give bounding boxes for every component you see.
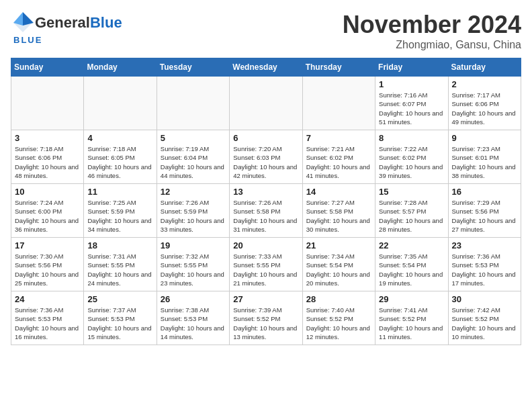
calendar-cell: 12Sunrise: 7:26 AM Sunset: 5:59 PM Dayli… bbox=[157, 184, 229, 238]
day-info: Sunrise: 7:26 AM Sunset: 5:59 PM Dayligh… bbox=[161, 198, 226, 234]
logo-tagline: BLUE bbox=[11, 35, 122, 45]
day-number: 24 bbox=[15, 294, 80, 304]
calendar-cell bbox=[11, 77, 84, 130]
calendar-cell: 26Sunrise: 7:38 AM Sunset: 5:53 PM Dayli… bbox=[157, 291, 229, 345]
calendar-cell: 30Sunrise: 7:42 AM Sunset: 5:52 PM Dayli… bbox=[448, 291, 521, 345]
logo: General Blue BLUE bbox=[11, 11, 122, 45]
day-number: 11 bbox=[87, 187, 152, 197]
day-number: 12 bbox=[161, 187, 226, 197]
calendar-cell: 20Sunrise: 7:33 AM Sunset: 5:55 PM Dayli… bbox=[230, 238, 302, 291]
calendar-cell: 23Sunrise: 7:36 AM Sunset: 5:53 PM Dayli… bbox=[448, 238, 521, 291]
calendar-cell: 5Sunrise: 7:19 AM Sunset: 6:04 PM Daylig… bbox=[157, 130, 229, 184]
day-info: Sunrise: 7:34 AM Sunset: 5:54 PM Dayligh… bbox=[306, 252, 371, 287]
calendar-week-row-5: 24Sunrise: 7:36 AM Sunset: 5:53 PM Dayli… bbox=[11, 291, 521, 345]
calendar-cell: 25Sunrise: 7:37 AM Sunset: 5:53 PM Dayli… bbox=[84, 291, 157, 345]
day-number: 7 bbox=[306, 133, 371, 143]
day-info: Sunrise: 7:36 AM Sunset: 5:53 PM Dayligh… bbox=[452, 252, 517, 287]
day-number: 25 bbox=[87, 294, 152, 304]
day-number: 17 bbox=[15, 240, 80, 250]
calendar-cell: 4Sunrise: 7:18 AM Sunset: 6:05 PM Daylig… bbox=[84, 130, 157, 184]
day-info: Sunrise: 7:30 AM Sunset: 5:56 PM Dayligh… bbox=[15, 252, 80, 287]
day-number: 27 bbox=[233, 294, 298, 304]
day-info: Sunrise: 7:18 AM Sunset: 6:06 PM Dayligh… bbox=[15, 144, 80, 180]
calendar-cell: 15Sunrise: 7:28 AM Sunset: 5:57 PM Dayli… bbox=[375, 184, 448, 238]
calendar-cell: 1Sunrise: 7:16 AM Sunset: 6:07 PM Daylig… bbox=[375, 77, 448, 130]
day-info: Sunrise: 7:19 AM Sunset: 6:04 PM Dayligh… bbox=[161, 144, 226, 180]
calendar-cell: 3Sunrise: 7:18 AM Sunset: 6:06 PM Daylig… bbox=[11, 130, 84, 184]
weekday-header-friday: Friday bbox=[375, 58, 448, 77]
day-number: 13 bbox=[233, 187, 298, 197]
day-number: 22 bbox=[379, 240, 444, 250]
day-number: 3 bbox=[15, 133, 80, 143]
day-number: 29 bbox=[379, 294, 444, 304]
day-info: Sunrise: 7:18 AM Sunset: 6:05 PM Dayligh… bbox=[87, 144, 152, 180]
calendar-cell: 10Sunrise: 7:24 AM Sunset: 6:00 PM Dayli… bbox=[11, 184, 84, 238]
day-info: Sunrise: 7:41 AM Sunset: 5:52 PM Dayligh… bbox=[379, 306, 444, 341]
calendar-title: November 2024 bbox=[343, 11, 521, 39]
day-info: Sunrise: 7:25 AM Sunset: 5:59 PM Dayligh… bbox=[87, 198, 152, 234]
calendar-table: SundayMondayTuesdayWednesdayThursdayFrid… bbox=[11, 58, 521, 345]
day-number: 28 bbox=[306, 294, 371, 304]
day-number: 5 bbox=[161, 133, 226, 143]
day-number: 15 bbox=[379, 187, 444, 197]
weekday-header-saturday: Saturday bbox=[448, 58, 521, 77]
logo-general-text: General bbox=[35, 14, 90, 32]
logo-icon bbox=[11, 11, 35, 35]
day-number: 20 bbox=[233, 240, 298, 250]
title-block: November 2024 Zhongmiao, Gansu, China bbox=[343, 11, 521, 51]
day-number: 14 bbox=[306, 187, 371, 197]
day-info: Sunrise: 7:22 AM Sunset: 6:02 PM Dayligh… bbox=[379, 144, 444, 180]
day-number: 19 bbox=[161, 240, 226, 250]
calendar-cell bbox=[84, 77, 157, 130]
day-number: 8 bbox=[379, 133, 444, 143]
day-number: 21 bbox=[306, 240, 371, 250]
weekday-header-monday: Monday bbox=[84, 58, 157, 77]
day-number: 23 bbox=[452, 240, 517, 250]
day-number: 1 bbox=[379, 79, 444, 89]
calendar-week-row-3: 10Sunrise: 7:24 AM Sunset: 6:00 PM Dayli… bbox=[11, 184, 521, 238]
calendar-cell: 29Sunrise: 7:41 AM Sunset: 5:52 PM Dayli… bbox=[375, 291, 448, 345]
day-info: Sunrise: 7:42 AM Sunset: 5:52 PM Dayligh… bbox=[452, 306, 517, 341]
svg-marker-2 bbox=[23, 12, 34, 26]
day-info: Sunrise: 7:28 AM Sunset: 5:57 PM Dayligh… bbox=[379, 198, 444, 234]
calendar-week-row-4: 17Sunrise: 7:30 AM Sunset: 5:56 PM Dayli… bbox=[11, 238, 521, 291]
calendar-cell bbox=[302, 77, 375, 130]
day-info: Sunrise: 7:37 AM Sunset: 5:53 PM Dayligh… bbox=[87, 306, 152, 341]
day-number: 6 bbox=[233, 133, 298, 143]
calendar-cell: 9Sunrise: 7:23 AM Sunset: 6:01 PM Daylig… bbox=[448, 130, 521, 184]
day-info: Sunrise: 7:23 AM Sunset: 6:01 PM Dayligh… bbox=[452, 144, 517, 180]
calendar-cell bbox=[157, 77, 229, 130]
day-number: 4 bbox=[87, 133, 152, 143]
day-info: Sunrise: 7:32 AM Sunset: 5:55 PM Dayligh… bbox=[161, 252, 226, 287]
calendar-cell: 16Sunrise: 7:29 AM Sunset: 5:56 PM Dayli… bbox=[448, 184, 521, 238]
calendar-cell: 28Sunrise: 7:40 AM Sunset: 5:52 PM Dayli… bbox=[302, 291, 375, 345]
calendar-cell: 24Sunrise: 7:36 AM Sunset: 5:53 PM Dayli… bbox=[11, 291, 84, 345]
day-info: Sunrise: 7:38 AM Sunset: 5:53 PM Dayligh… bbox=[161, 306, 226, 341]
calendar-week-row-1: 1Sunrise: 7:16 AM Sunset: 6:07 PM Daylig… bbox=[11, 77, 521, 130]
day-number: 16 bbox=[452, 187, 517, 197]
calendar-cell bbox=[230, 77, 302, 130]
calendar-cell: 11Sunrise: 7:25 AM Sunset: 5:59 PM Dayli… bbox=[84, 184, 157, 238]
weekday-header-wednesday: Wednesday bbox=[230, 58, 302, 77]
day-info: Sunrise: 7:24 AM Sunset: 6:00 PM Dayligh… bbox=[15, 198, 80, 234]
day-number: 9 bbox=[452, 133, 517, 143]
weekday-header-thursday: Thursday bbox=[302, 58, 375, 77]
calendar-cell: 18Sunrise: 7:31 AM Sunset: 5:55 PM Dayli… bbox=[84, 238, 157, 291]
page-header: General Blue BLUE November 2024 Zhongmia… bbox=[11, 11, 521, 51]
weekday-header-sunday: Sunday bbox=[11, 58, 84, 77]
calendar-cell: 22Sunrise: 7:35 AM Sunset: 5:54 PM Dayli… bbox=[375, 238, 448, 291]
day-info: Sunrise: 7:33 AM Sunset: 5:55 PM Dayligh… bbox=[233, 252, 298, 287]
logo-blue-text: Blue bbox=[90, 14, 122, 32]
day-info: Sunrise: 7:17 AM Sunset: 6:06 PM Dayligh… bbox=[452, 91, 517, 126]
calendar-cell: 27Sunrise: 7:39 AM Sunset: 5:52 PM Dayli… bbox=[230, 291, 302, 345]
day-info: Sunrise: 7:39 AM Sunset: 5:52 PM Dayligh… bbox=[233, 306, 298, 341]
day-info: Sunrise: 7:20 AM Sunset: 6:03 PM Dayligh… bbox=[233, 144, 298, 180]
weekday-header-tuesday: Tuesday bbox=[157, 58, 229, 77]
day-number: 2 bbox=[452, 79, 517, 89]
calendar-cell: 17Sunrise: 7:30 AM Sunset: 5:56 PM Dayli… bbox=[11, 238, 84, 291]
calendar-cell: 7Sunrise: 7:21 AM Sunset: 6:02 PM Daylig… bbox=[302, 130, 375, 184]
day-info: Sunrise: 7:27 AM Sunset: 5:58 PM Dayligh… bbox=[306, 198, 371, 234]
day-number: 10 bbox=[15, 187, 80, 197]
day-number: 26 bbox=[161, 294, 226, 304]
day-info: Sunrise: 7:40 AM Sunset: 5:52 PM Dayligh… bbox=[306, 306, 371, 341]
